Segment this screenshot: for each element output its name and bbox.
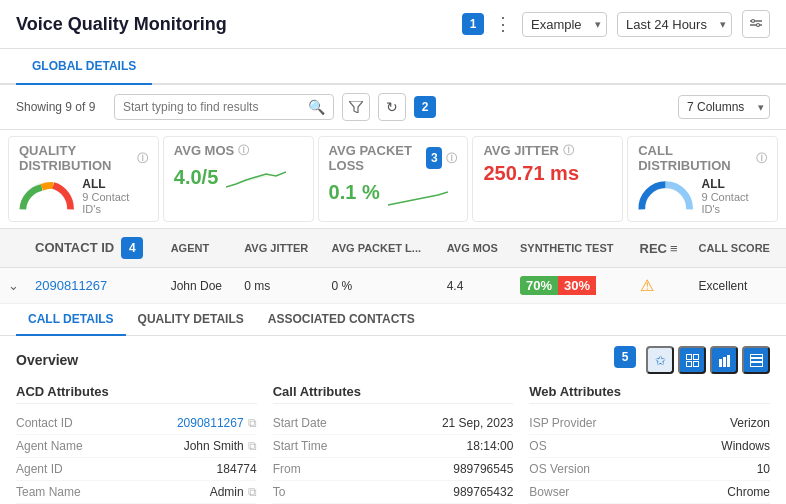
copy-team-name-icon[interactable]: ⧉ [248, 485, 257, 499]
attr-isp-val: Verizon [730, 416, 770, 430]
example-dropdown[interactable]: Example [522, 12, 607, 37]
stat-jitter-label: AVG JITTER ⓘ [483, 143, 612, 158]
filter-settings-button[interactable] [742, 10, 770, 38]
stat-avg-jitter: AVG JITTER ⓘ 250.71 ms [472, 136, 623, 222]
attr-os-val: Windows [721, 439, 770, 453]
attr-os-version: OS Version 10 [529, 458, 770, 481]
showing-count: Showing 9 of 9 [16, 100, 106, 114]
svg-rect-10 [723, 357, 726, 367]
columns-dropdown[interactable]: 7 Columns [678, 95, 770, 119]
data-table: CONTACT ID 4 AGENT AVG JITTER AVG PACKET… [0, 229, 786, 304]
detail-tab-bar: CALL DETAILS QUALITY DETAILS ASSOCIATED … [0, 304, 786, 336]
app-header: Voice Quality Monitoring 1 ⋮ Example Las… [0, 0, 786, 49]
chart-view-button[interactable] [710, 346, 738, 374]
attr-team-name: Team Name Admin ⧉ [16, 481, 257, 504]
attr-agent-id-key: Agent ID [16, 462, 63, 476]
call-dist-sub: 9 Contact ID's [701, 191, 767, 215]
cell-synthetic-test: 70% 30% [512, 268, 632, 304]
table-row: ⌄ 2090811267 John Doe 0 ms 0 % 4.4 70% 3… [0, 268, 786, 304]
attr-from: From 989796545 [273, 458, 514, 481]
attr-start-time-key: Start Time [273, 439, 328, 453]
copy-contact-id-icon[interactable]: ⧉ [248, 416, 257, 430]
badge-2: 2 [414, 96, 436, 118]
attr-from-key: From [273, 462, 301, 476]
attr-agent-name-key: Agent Name [16, 439, 83, 453]
call-dist-info-icon[interactable]: ⓘ [756, 151, 767, 166]
cell-avg-jitter: 0 ms [236, 268, 323, 304]
synthetic-bar: 70% 30% [520, 276, 624, 295]
quality-gauge-container: ALL 9 Contact ID's [19, 177, 148, 215]
expand-icon[interactable]: ⌄ [8, 278, 19, 293]
call-dist-gauge-svg [638, 180, 693, 212]
stat-quality-label: QUALITY DISTRIBUTION ⓘ [19, 143, 148, 173]
expand-cell[interactable]: ⌄ [0, 268, 27, 304]
attr-start-time-val: 18:14:00 [467, 439, 514, 453]
grid-view-button[interactable] [742, 346, 770, 374]
detail-icon-group: 5 ✩ [614, 346, 770, 374]
table-view-button[interactable] [678, 346, 706, 374]
call-title: Call Attributes [273, 384, 514, 404]
attr-contact-id-val[interactable]: 2090811267 [177, 416, 244, 430]
attr-browser-key: Bowser [529, 485, 569, 499]
attr-os-key: OS [529, 439, 546, 453]
search-input[interactable] [123, 100, 308, 114]
svg-rect-6 [693, 354, 698, 359]
th-avg-packet: AVG PACKET L... [324, 229, 439, 268]
cell-contact-id: 2090811267 [27, 268, 163, 304]
attr-contact-id-key: Contact ID [16, 416, 73, 430]
stat-quality-distribution: QUALITY DISTRIBUTION ⓘ ALL 9 Contact ID'… [8, 136, 159, 222]
attr-start-date-key: Start Date [273, 416, 327, 430]
th-expand [0, 229, 27, 268]
column-settings-icon[interactable]: ≡ [670, 241, 678, 256]
attr-os-version-val: 10 [757, 462, 770, 476]
attr-team-name-key: Team Name [16, 485, 81, 499]
badge-5: 5 [614, 346, 636, 368]
jitter-info-icon[interactable]: ⓘ [563, 143, 574, 158]
cell-rec: ⚠ [632, 268, 691, 304]
contact-id-link[interactable]: 2090811267 [35, 278, 107, 293]
svg-rect-7 [686, 361, 691, 366]
tab-associated-contacts[interactable]: ASSOCIATED CONTACTS [256, 304, 427, 336]
svg-rect-8 [693, 361, 698, 366]
svg-marker-4 [349, 101, 363, 113]
quality-sub: 9 Contact ID's [82, 191, 148, 215]
packet-info-icon[interactable]: ⓘ [446, 151, 457, 166]
copy-agent-name-icon[interactable]: ⧉ [248, 439, 257, 453]
attr-browser-val: Chrome [727, 485, 770, 499]
svg-rect-11 [727, 355, 730, 367]
toolbar: Showing 9 of 9 🔍 ↻ 2 7 Columns [0, 85, 786, 130]
attr-contact-id: Contact ID 2090811267 ⧉ [16, 412, 257, 435]
quality-info-icon[interactable]: ⓘ [137, 151, 148, 166]
cell-avg-packet: 0 % [324, 268, 439, 304]
quality-all-value: ALL [82, 177, 148, 191]
call-dist-all-value: ALL [701, 177, 767, 191]
attr-os: OS Windows [529, 435, 770, 458]
attr-team-name-val: Admin [210, 485, 244, 499]
attributes-grid: ACD Attributes Contact ID 2090811267 ⧉ A… [16, 384, 770, 504]
attr-start-time: Start Time 18:14:00 [273, 435, 514, 458]
badge-1: 1 [462, 13, 484, 35]
tab-global-details[interactable]: GLOBAL DETAILS [16, 49, 152, 85]
web-title: Web Attributes [529, 384, 770, 404]
time-dropdown[interactable]: Last 24 Hours [617, 12, 732, 37]
attr-to-val: 989765432 [453, 485, 513, 499]
tab-quality-details[interactable]: QUALITY DETAILS [126, 304, 256, 336]
th-avg-mos: AVG MOS [439, 229, 512, 268]
th-synthetic-test: SYNTHETIC TEST [512, 229, 632, 268]
tab-call-details[interactable]: CALL DETAILS [16, 304, 126, 336]
svg-rect-5 [686, 354, 691, 359]
refresh-button[interactable]: ↻ [378, 93, 406, 121]
badge-4: 4 [121, 237, 143, 259]
filter-button[interactable] [342, 93, 370, 121]
attr-to-key: To [273, 485, 286, 499]
main-tab-bar: GLOBAL DETAILS [0, 49, 786, 85]
pin-button[interactable]: ✩ [646, 346, 674, 374]
packet-sparkline [388, 177, 448, 207]
more-options-icon[interactable]: ⋮ [494, 13, 512, 35]
overview-title: Overview [16, 352, 78, 368]
stat-packet-label: AVG PACKET LOSS 3 ⓘ [329, 143, 458, 173]
mos-sparkline [226, 162, 286, 192]
mos-info-icon[interactable]: ⓘ [238, 143, 249, 158]
data-table-wrap: CONTACT ID 4 AGENT AVG JITTER AVG PACKET… [0, 229, 786, 304]
cell-agent: John Doe [163, 268, 237, 304]
